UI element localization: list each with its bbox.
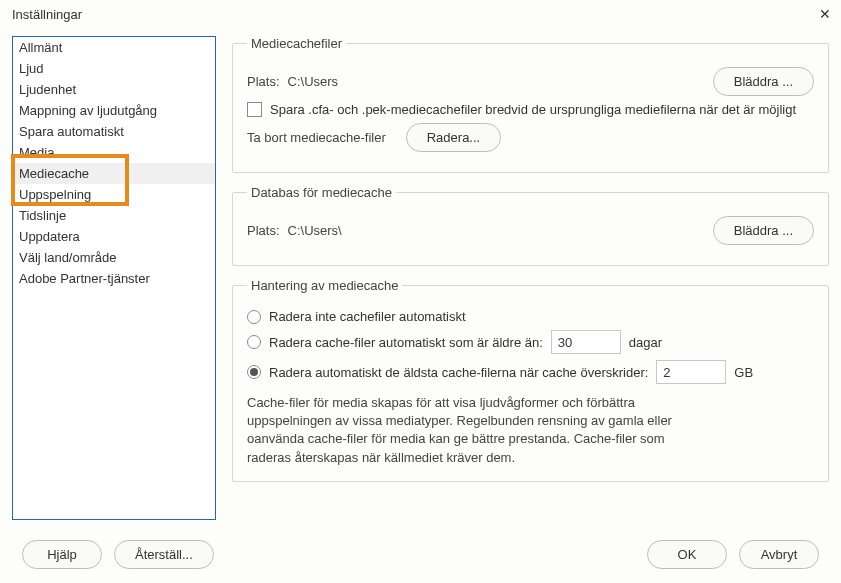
sidebar-item-label: Ljudenhet: [19, 82, 76, 97]
size-unit: GB: [734, 365, 753, 380]
age-input[interactable]: [551, 330, 621, 354]
sidebar-item-region[interactable]: Välj land/område: [13, 247, 215, 268]
sidebar-item-label: Tidslinje: [19, 208, 66, 223]
db-location-row: Plats: C:\Users\ Bläddra ...: [247, 216, 814, 245]
group-cache-management: Hantering av mediecache Radera inte cach…: [232, 278, 829, 482]
radio-none[interactable]: [247, 310, 261, 324]
sidebar-item-label: Uppdatera: [19, 229, 80, 244]
sidebar-item-audio-output-mapping[interactable]: Mappning av ljudutgång: [13, 100, 215, 121]
sidebar-item-label: Mediecache: [19, 166, 89, 181]
footer-left: Hjälp Återställ...: [22, 540, 214, 569]
dialog-footer: Hjälp Återställ... OK Avbryt: [0, 530, 841, 583]
sidebar-item-autosave[interactable]: Spara automatiskt: [13, 121, 215, 142]
reset-button[interactable]: Återställ...: [114, 540, 214, 569]
location-label: Plats:: [247, 74, 280, 89]
group-media-cache-files: Mediecachefiler Plats: C:\Users Bläddra …: [232, 36, 829, 173]
sidebar-item-partner-services[interactable]: Adobe Partner-tjänster: [13, 268, 215, 289]
sidebar-item-general[interactable]: Allmänt: [13, 37, 215, 58]
sidebar-item-media[interactable]: Media: [13, 142, 215, 163]
size-input[interactable]: [656, 360, 726, 384]
sidebar-item-label: Media: [19, 145, 54, 160]
radio-size[interactable]: [247, 365, 261, 379]
cache-help-text: Cache-filer för media skapas för att vis…: [247, 394, 677, 467]
db-location-label: Plats:: [247, 223, 280, 238]
location-row: Plats: C:\Users Bläddra ...: [247, 67, 814, 96]
sidebar-item-label: Spara automatiskt: [19, 124, 124, 139]
group-legend: Hantering av mediecache: [247, 278, 402, 293]
opt-none-label: Radera inte cachefiler automatiskt: [269, 309, 466, 324]
opt-none-row: Radera inte cachefiler automatiskt: [247, 309, 814, 324]
remove-cache-label: Ta bort mediecache-filer: [247, 130, 386, 145]
save-beside-checkbox[interactable]: [247, 102, 262, 117]
help-button[interactable]: Hjälp: [22, 540, 102, 569]
sidebar-item-label: Välj land/område: [19, 250, 117, 265]
settings-main: Mediecachefiler Plats: C:\Users Bläddra …: [232, 36, 829, 530]
opt-size-row: Radera automatiskt de äldsta cache-filer…: [247, 360, 814, 384]
group-legend: Mediecachefiler: [247, 36, 346, 51]
browse-button[interactable]: Bläddra ...: [713, 67, 814, 96]
remove-cache-row: Ta bort mediecache-filer Radera...: [247, 123, 814, 152]
sidebar-item-label: Ljud: [19, 61, 44, 76]
db-location-path: C:\Users\: [288, 223, 705, 238]
opt-age-label: Radera cache-filer automatiskt som är äl…: [269, 335, 543, 350]
sidebar-item-label: Allmänt: [19, 40, 62, 55]
radio-age[interactable]: [247, 335, 261, 349]
titlebar: Inställningar ✕: [0, 0, 841, 28]
close-icon[interactable]: ✕: [819, 7, 831, 21]
sidebar-item-update[interactable]: Uppdatera: [13, 226, 215, 247]
save-beside-label: Spara .cfa- och .pek-mediecachefiler bre…: [270, 102, 796, 117]
age-unit: dagar: [629, 335, 662, 350]
group-legend: Databas för mediecache: [247, 185, 396, 200]
ok-button[interactable]: OK: [647, 540, 727, 569]
preferences-window: Inställningar ✕ Allmänt Ljud Ljudenhet M…: [0, 0, 841, 583]
content-area: Allmänt Ljud Ljudenhet Mappning av ljudu…: [0, 28, 841, 530]
group-media-cache-db: Databas för mediecache Plats: C:\Users\ …: [232, 185, 829, 266]
footer-right: OK Avbryt: [647, 540, 819, 569]
sidebar-item-audio[interactable]: Ljud: [13, 58, 215, 79]
sidebar-item-timeline[interactable]: Tidslinje: [13, 205, 215, 226]
cancel-button[interactable]: Avbryt: [739, 540, 819, 569]
category-sidebar: Allmänt Ljud Ljudenhet Mappning av ljudu…: [12, 36, 216, 520]
sidebar-item-label: Adobe Partner-tjänster: [19, 271, 150, 286]
sidebar-item-playback[interactable]: Uppspelning: [13, 184, 215, 205]
window-title: Inställningar: [12, 7, 82, 22]
sidebar-item-audio-device[interactable]: Ljudenhet: [13, 79, 215, 100]
opt-size-label: Radera automatiskt de äldsta cache-filer…: [269, 365, 648, 380]
opt-age-row: Radera cache-filer automatiskt som är äl…: [247, 330, 814, 354]
sidebar-item-mediacache[interactable]: Mediecache: [13, 163, 215, 184]
save-beside-row: Spara .cfa- och .pek-mediecachefiler bre…: [247, 102, 814, 117]
sidebar-item-label: Mappning av ljudutgång: [19, 103, 157, 118]
db-browse-button[interactable]: Bläddra ...: [713, 216, 814, 245]
sidebar-item-label: Uppspelning: [19, 187, 91, 202]
location-path: C:\Users: [288, 74, 705, 89]
delete-cache-button[interactable]: Radera...: [406, 123, 501, 152]
